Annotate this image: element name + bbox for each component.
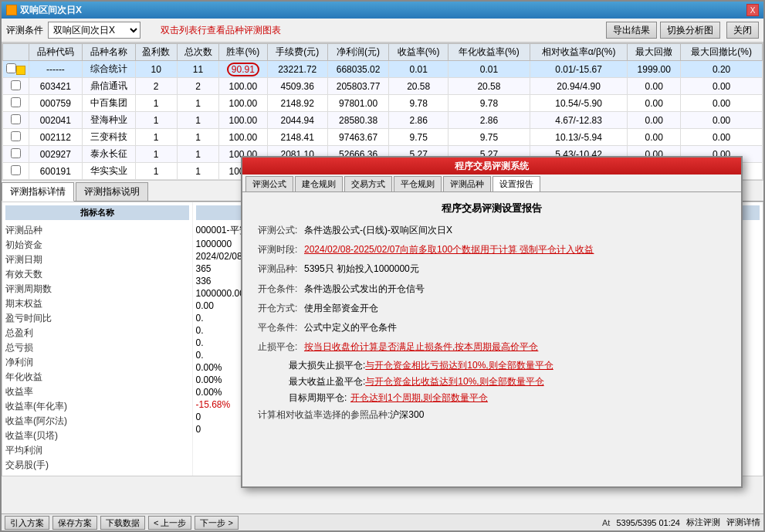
detail-all-value: 0 — [196, 412, 201, 422]
detail-row-label: 平均利润 — [5, 444, 42, 457]
detail-label-row: 盈亏时间比 — [5, 311, 189, 326]
table-row[interactable]: 002112 三变科技 1 1 100.00 2148.41 97463.67 … — [3, 129, 763, 146]
condition-select[interactable]: 双响区间次日X — [48, 22, 140, 39]
cell-check[interactable] — [3, 129, 29, 146]
sub-value-open-method: 使用全部资金开仓 — [304, 301, 378, 316]
row-checkbox[interactable] — [11, 80, 21, 90]
detail-label-row: 期末权益 — [5, 296, 189, 311]
detail-label-row: 收益率(贝塔) — [5, 429, 189, 443]
close-button[interactable]: X — [746, 4, 759, 16]
col-header-profit: 盈利数 — [135, 44, 177, 61]
cell-fee: 23221.72 — [267, 61, 327, 78]
cell-alpha: 4.67/-12.83 — [530, 112, 628, 129]
detail-label-row: 平均利润 — [5, 443, 189, 458]
toolbar-buttons: 导出结果 切换分析图 关闭 — [606, 22, 759, 39]
detail-all-value: 0.00% — [196, 374, 222, 385]
title-bar: 双响区间次日X X — [2, 2, 763, 19]
table-row[interactable]: ------ 综合统计 10 11 90.91 23221.72 668035.… — [3, 61, 763, 78]
sub-tab-variety[interactable]: 评测品种 — [443, 176, 491, 191]
cell-check[interactable] — [3, 95, 29, 112]
detail-all-value: 0 — [196, 424, 201, 435]
cell-maxdd: 1999.00 — [628, 61, 681, 78]
row-checkbox[interactable] — [6, 63, 16, 73]
indent-row-target: 目标周期平仓: 开仓达到1个周期,则全部数量平仓 — [289, 391, 726, 405]
cell-check[interactable] — [3, 61, 29, 78]
window-title: 双响区间次日X — [20, 4, 82, 17]
table-row[interactable]: 000759 中百集团 1 1 100.00 2148.92 97801.00 … — [3, 95, 763, 112]
row-checkbox[interactable] — [11, 114, 21, 124]
target-highlight: 开仓达到1个周期,则全部数量平仓 — [350, 392, 488, 403]
sub-row-close-cond: 平仓条件: 公式中定义的平仓条件 — [258, 320, 726, 335]
sub-value-period: 2024/02/08-2025/02/07向前多取100个数据用于计算 强制平仓… — [304, 242, 594, 257]
download-button[interactable]: 下载数据 — [100, 516, 145, 530]
sub-value-stoploss: 按当日收盘价计算是否满足止损条件,按本周期最高价平仓 — [304, 340, 538, 354]
row-icon — [16, 66, 25, 75]
row-checkbox[interactable] — [11, 97, 21, 107]
detail-all-value: 0.00% — [196, 387, 222, 398]
row-checkbox[interactable] — [11, 148, 21, 158]
cell-winrate: 100.00 — [219, 112, 267, 129]
tab-detail[interactable]: 评测指标详情 — [2, 182, 74, 202]
cell-total: 1 — [177, 146, 218, 163]
sub-tabs: 评测公式 建仓规则 交易方式 平仓规则 评测品种 设置报告 — [242, 175, 741, 192]
tab-description[interactable]: 评测指标说明 — [76, 182, 148, 201]
indent-value-maxloss: 与开仓资金相比亏损达到10%,则全部数量平仓 — [365, 359, 553, 372]
cell-fee: 2148.41 — [267, 129, 327, 146]
detail-all-value: 0. — [196, 337, 204, 348]
sub-value-variety: 5395只 初始投入1000000元 — [304, 262, 419, 276]
cell-check[interactable] — [3, 146, 29, 163]
sub-label-close-cond: 平仓条件: — [258, 320, 304, 335]
sub-label-stoploss: 止损平仓: — [258, 340, 304, 354]
save-button[interactable]: 保存方案 — [52, 516, 97, 530]
cell-return: 9.75 — [389, 129, 449, 146]
col-header-maxdd-pct: 最大回撤比(%) — [681, 44, 763, 61]
cell-maxdd: 0.00 — [628, 112, 681, 129]
cell-maxdd: 0.00 — [628, 129, 681, 146]
sub-tab-close[interactable]: 平仓规则 — [394, 176, 442, 191]
detail-row-label: 评测品种 — [5, 224, 42, 237]
indent-label-target: 目标周期平仓: — [289, 391, 350, 405]
cell-check[interactable] — [3, 78, 29, 95]
sub-row-stoploss: 止损平仓: 按当日收盘价计算是否满足止损条件,按本周期最高价平仓 — [258, 340, 726, 354]
col-header-winrate: 胜率(%) — [219, 44, 267, 61]
sub-tab-report[interactable]: 设置报告 — [493, 176, 540, 191]
status-right: At 5395/5395 01:24 标注评测 评测详情 — [602, 517, 760, 528]
col-header-name: 品种名称 — [82, 44, 135, 61]
sub-tab-trade[interactable]: 交易方式 — [344, 176, 392, 191]
cell-check[interactable] — [3, 112, 29, 129]
table-row[interactable]: 002041 登海种业 1 1 100.00 2044.94 28580.38 … — [3, 112, 763, 129]
cell-alpha: 10.13/-5.94 — [530, 129, 628, 146]
import-button[interactable]: 引入方案 — [5, 516, 49, 530]
status-bar: 引入方案 保存方案 下载数据 < 上一步 下一步 > At 5395/5395 … — [2, 513, 763, 530]
col-header-check — [3, 44, 29, 61]
cell-total: 1 — [177, 163, 218, 180]
next-button[interactable]: 下一步 > — [195, 516, 238, 530]
sub-tab-build[interactable]: 建仓规则 — [295, 176, 343, 191]
col-header-fee: 手续费(元) — [267, 44, 327, 61]
row-checkbox[interactable] — [11, 131, 21, 141]
cell-check[interactable] — [3, 163, 29, 180]
detail-all-value: 0.00 — [196, 300, 214, 311]
detail-row-label: 期末权益 — [5, 297, 42, 310]
cell-code: 000759 — [29, 95, 83, 112]
detail-all-value: 1000000.00 — [196, 288, 245, 299]
indent-value-maxprofit: 与开仓资金比收益达到10%,则全部数量平仓 — [365, 375, 543, 388]
switch-button[interactable]: 切换分析图 — [660, 22, 720, 39]
col-header-code: 品种代码 — [29, 44, 83, 61]
col-header-annual: 年化收益率(%) — [449, 44, 530, 61]
detail-row-label: 收益率(贝塔) — [5, 429, 58, 442]
close-toolbar-button[interactable]: 关闭 — [726, 22, 759, 39]
export-button[interactable]: 导出结果 — [606, 22, 657, 39]
sub-tab-formula[interactable]: 评测公式 — [245, 176, 293, 191]
sub-row-formula: 评测公式: 条件选股公式-(日线)-双响区间次日X — [258, 223, 726, 238]
sub-value-calc: 沪深300 — [390, 408, 424, 422]
detail-all-value: 0.00% — [196, 362, 222, 373]
row-checkbox[interactable] — [11, 165, 21, 175]
cell-winrate: 90.91 — [219, 61, 267, 78]
prev-button[interactable]: < 上一步 — [148, 516, 191, 530]
cell-name: 鼎信通讯 — [82, 78, 135, 95]
col-header-total: 总次数 — [177, 44, 218, 61]
detail-row-label: 净利润 — [5, 356, 33, 369]
table-row[interactable]: 603421 鼎信通讯 2 2 100.00 4509.36 205803.77… — [3, 78, 763, 95]
detail-label-row: 收益率 — [5, 385, 189, 399]
